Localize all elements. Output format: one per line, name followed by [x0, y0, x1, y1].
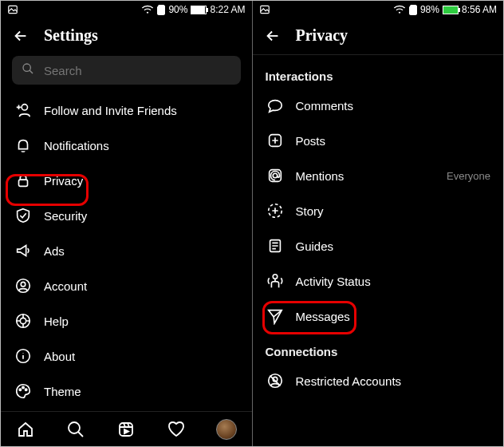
status-bar: 90% 8:22 AM: [1, 1, 252, 18]
item-label: Messages: [296, 310, 350, 323]
comment-icon: [266, 96, 285, 115]
picture-icon: [7, 4, 18, 15]
profile-avatar[interactable]: [216, 419, 237, 440]
story-icon: [266, 201, 285, 220]
svg-point-5: [21, 282, 26, 287]
help-icon: [14, 311, 33, 330]
item-comments[interactable]: Comments: [253, 88, 504, 123]
item-about[interactable]: About: [1, 338, 252, 374]
item-account[interactable]: Account: [1, 268, 252, 303]
restricted-icon: [266, 371, 285, 390]
shield-icon: [14, 206, 33, 225]
svg-point-20: [273, 275, 278, 279]
item-messages[interactable]: Messages: [253, 299, 504, 334]
account-icon: [14, 276, 33, 295]
picture-icon: [259, 4, 270, 15]
item-label: Guides: [296, 239, 334, 253]
megaphone-icon: [14, 241, 33, 260]
battery-icon: [191, 6, 207, 14]
svg-rect-3: [19, 180, 28, 186]
battery-text: 98%: [420, 4, 439, 15]
search-icon[interactable]: [65, 419, 86, 440]
search-box[interactable]: [12, 56, 241, 85]
wifi-icon: [141, 5, 154, 14]
item-theme[interactable]: Theme: [1, 374, 252, 409]
header: Settings: [1, 18, 252, 51]
svg-point-10: [22, 386, 24, 388]
item-label: Story: [296, 204, 324, 218]
activity-icon: [266, 271, 285, 291]
item-follow-invite[interactable]: Follow and Invite Friends: [1, 93, 252, 128]
item-label: Mentions: [296, 169, 345, 183]
clock: 8:56 AM: [462, 4, 497, 15]
svg-point-2: [22, 105, 27, 110]
at-icon: [266, 166, 285, 185]
item-ads[interactable]: Ads: [1, 233, 252, 268]
phone-settings: 90% 8:22 AM Settings Follow and Invite F…: [1, 1, 253, 446]
item-label: Account: [44, 279, 87, 293]
back-icon[interactable]: [264, 27, 282, 45]
section-connections: Connections: [253, 334, 504, 363]
item-label: Help: [44, 314, 69, 328]
item-mentions[interactable]: Mentions Everyone: [253, 158, 504, 193]
phone-privacy: 98% 8:56 AM Privacy Interactions Comment…: [253, 1, 504, 446]
divider: [253, 54, 504, 55]
page-title: Privacy: [296, 26, 348, 45]
bell-icon: [14, 136, 33, 155]
battery-icon: [443, 6, 459, 14]
item-notifications[interactable]: Notifications: [1, 128, 252, 163]
item-label: Restricted Accounts: [296, 374, 402, 388]
svg-point-12: [69, 422, 80, 433]
item-label: Privacy: [44, 174, 83, 188]
item-label: Security: [44, 209, 87, 223]
search-input[interactable]: [42, 63, 231, 78]
item-posts[interactable]: Posts: [253, 123, 504, 158]
svg-point-11: [25, 389, 26, 390]
sim-icon: [409, 5, 417, 15]
palette-icon: [14, 382, 33, 401]
wifi-icon: [393, 5, 406, 14]
section-interactions: Interactions: [253, 58, 504, 88]
item-privacy[interactable]: Privacy: [1, 163, 252, 198]
item-value: Everyone: [447, 170, 490, 182]
heart-icon[interactable]: [166, 419, 187, 440]
item-label: Theme: [44, 385, 81, 398]
lock-icon: [14, 171, 33, 190]
reels-icon[interactable]: [116, 419, 136, 440]
header: Privacy: [253, 18, 504, 51]
item-label: Posts: [296, 134, 326, 148]
search-icon: [22, 62, 34, 78]
item-label: About: [44, 350, 75, 363]
item-story[interactable]: Story: [253, 193, 504, 228]
home-icon[interactable]: [15, 419, 36, 440]
guides-icon: [266, 236, 285, 255]
plus-square-icon: [266, 131, 285, 150]
back-icon[interactable]: [12, 27, 30, 45]
item-label: Follow and Invite Friends: [44, 104, 177, 117]
send-icon: [266, 307, 285, 326]
item-guides[interactable]: Guides: [253, 228, 504, 263]
item-activity-status[interactable]: Activity Status: [253, 263, 504, 299]
svg-point-7: [20, 318, 26, 323]
item-security[interactable]: Security: [1, 198, 252, 233]
item-label: Ads: [44, 244, 65, 258]
item-label: Activity Status: [296, 275, 371, 288]
privacy-list: Interactions Comments Posts Mentions Eve…: [253, 58, 504, 446]
battery-text: 90%: [168, 4, 187, 15]
page-title: Settings: [44, 26, 98, 45]
bottom-nav: [1, 411, 252, 446]
clock: 8:22 AM: [210, 4, 245, 15]
status-bar: 98% 8:56 AM: [253, 1, 504, 18]
item-label: Notifications: [44, 139, 109, 152]
sim-icon: [157, 5, 165, 15]
add-friend-icon: [14, 101, 33, 120]
item-restricted[interactable]: Restricted Accounts: [253, 363, 504, 398]
item-help[interactable]: Help: [1, 303, 252, 338]
svg-point-9: [19, 389, 21, 390]
info-icon: [14, 346, 33, 366]
settings-list: Follow and Invite Friends Notifications …: [1, 93, 252, 411]
svg-point-1: [23, 64, 30, 71]
item-label: Comments: [296, 99, 354, 113]
